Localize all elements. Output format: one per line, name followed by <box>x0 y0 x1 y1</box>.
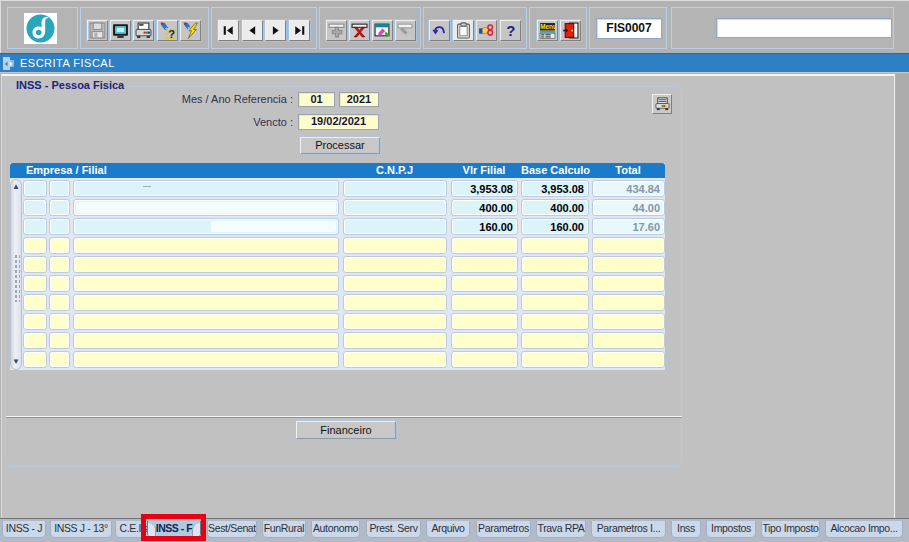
cell-code[interactable] <box>23 275 47 292</box>
cell-cnpj[interactable] <box>343 218 447 235</box>
cell-base[interactable] <box>521 237 589 254</box>
cell-empresa[interactable] <box>73 256 339 273</box>
cell-filial[interactable] <box>49 294 70 311</box>
financeiro-button[interactable]: Financeiro <box>296 421 396 439</box>
cell-base[interactable] <box>521 294 589 311</box>
print-button[interactable] <box>133 20 154 41</box>
cell-empresa[interactable] <box>73 218 339 235</box>
cell-empresa[interactable] <box>73 351 339 368</box>
cell-vlr[interactable] <box>451 332 518 349</box>
cell-base[interactable] <box>521 351 589 368</box>
scroll-down-icon[interactable]: ▼ <box>11 358 21 366</box>
cell-cnpj[interactable] <box>343 294 447 311</box>
exit-button[interactable] <box>560 20 581 41</box>
cell-cnpj[interactable] <box>343 199 447 216</box>
cell-empresa[interactable] <box>73 294 339 311</box>
cell-vlr[interactable] <box>451 256 518 273</box>
cell-code[interactable] <box>23 256 47 273</box>
cell-base[interactable] <box>521 313 589 330</box>
cell-vlr[interactable] <box>451 294 518 311</box>
cell-code[interactable] <box>23 332 47 349</box>
cell-empresa[interactable] <box>73 180 339 197</box>
tab-autonomo[interactable]: Autonomo <box>311 521 360 538</box>
search-input[interactable] <box>716 18 892 38</box>
tab-sest-senat[interactable]: Sest/Senat <box>207 521 257 538</box>
cell-total[interactable] <box>592 275 665 292</box>
menu-button[interactable]: Menu <box>537 20 558 41</box>
delete-button[interactable] <box>349 20 370 41</box>
cell-vlr[interactable] <box>451 237 518 254</box>
last-record-button[interactable] <box>289 20 310 41</box>
cell-total[interactable] <box>592 256 665 273</box>
cell-filial[interactable] <box>49 199 70 216</box>
undo-button[interactable] <box>429 20 450 41</box>
cell-vlr[interactable]: 400.00 <box>451 199 518 216</box>
vencto-input[interactable]: 19/02/2021 <box>298 114 379 130</box>
cell-vlr[interactable]: 160.00 <box>451 218 518 235</box>
cell-filial[interactable] <box>49 237 70 254</box>
insert-button[interactable] <box>326 20 347 41</box>
cell-base[interactable] <box>521 256 589 273</box>
preview-button[interactable] <box>110 20 131 41</box>
cell-vlr[interactable]: 3,953.08 <box>451 180 518 197</box>
cell-code[interactable] <box>23 218 47 235</box>
cell-total[interactable] <box>592 351 665 368</box>
save-button[interactable] <box>87 20 108 41</box>
scroll-up-icon[interactable]: ▲ <box>11 183 21 191</box>
cell-base[interactable]: 160.00 <box>521 218 589 235</box>
tab-inss-j-13[interactable]: INSS J - 13° <box>50 521 112 538</box>
print-report-button[interactable] <box>652 94 672 114</box>
cell-cnpj[interactable] <box>343 180 447 197</box>
tab-alcocao-impo[interactable]: Alcocao Impo... <box>825 521 903 538</box>
cell-cnpj[interactable] <box>343 313 447 330</box>
cell-total[interactable] <box>592 294 665 311</box>
cell-filial[interactable] <box>49 332 70 349</box>
cell-vlr[interactable] <box>451 351 518 368</box>
cell-vlr[interactable] <box>451 313 518 330</box>
tab-tipo-imposto[interactable]: Tipo Imposto <box>761 521 820 538</box>
cell-base[interactable]: 3,953.08 <box>521 180 589 197</box>
cell-base[interactable] <box>521 275 589 292</box>
locate-button[interactable] <box>395 20 416 41</box>
help-query-button[interactable]: ? <box>157 20 178 41</box>
cell-code[interactable] <box>23 351 47 368</box>
cell-filial[interactable] <box>49 351 70 368</box>
tab-impostos[interactable]: Impostos <box>706 521 756 538</box>
cell-total[interactable] <box>592 237 665 254</box>
cell-code[interactable] <box>23 180 47 197</box>
cell-filial[interactable] <box>49 275 70 292</box>
tab-inss-j[interactable]: INSS - J <box>2 521 46 538</box>
keys-button[interactable] <box>476 20 497 41</box>
tab-inss[interactable]: Inss <box>671 521 701 538</box>
cell-total[interactable]: 44.00 <box>592 199 665 216</box>
tab-parametros-i[interactable]: Parametros I... <box>591 521 666 538</box>
first-record-button[interactable] <box>218 20 239 41</box>
cell-empresa[interactable] <box>73 332 339 349</box>
prior-record-button[interactable] <box>242 20 263 41</box>
cell-empresa[interactable] <box>73 313 339 330</box>
help-button[interactable]: ? <box>500 20 521 41</box>
cell-base[interactable] <box>521 332 589 349</box>
edit-button[interactable] <box>372 20 393 41</box>
cell-cnpj[interactable] <box>343 332 447 349</box>
cell-filial[interactable] <box>49 218 70 235</box>
cell-empresa[interactable] <box>73 275 339 292</box>
tab-trava-rpa[interactable]: Trava RPA <box>536 521 586 538</box>
cell-filial[interactable] <box>49 256 70 273</box>
cell-code[interactable] <box>23 237 47 254</box>
next-record-button[interactable] <box>265 20 286 41</box>
cell-code[interactable] <box>23 199 47 216</box>
cell-vlr[interactable] <box>451 275 518 292</box>
cell-empresa[interactable] <box>73 199 339 216</box>
grid-scrollbar[interactable]: ▲ ▼ <box>10 179 22 370</box>
cell-base[interactable]: 400.00 <box>521 199 589 216</box>
cell-total[interactable] <box>592 332 665 349</box>
cell-total[interactable]: 17.60 <box>592 218 665 235</box>
cell-total[interactable]: 434.84 <box>592 180 665 197</box>
form-code-field[interactable]: FIS0007 <box>596 18 662 39</box>
tab-funrural[interactable]: FunRural <box>262 521 306 538</box>
paste-button[interactable] <box>453 20 474 41</box>
tab-parametros[interactable]: Parametros <box>476 521 531 538</box>
cell-empresa[interactable] <box>73 237 339 254</box>
ano-input[interactable]: 2021 <box>339 92 379 107</box>
